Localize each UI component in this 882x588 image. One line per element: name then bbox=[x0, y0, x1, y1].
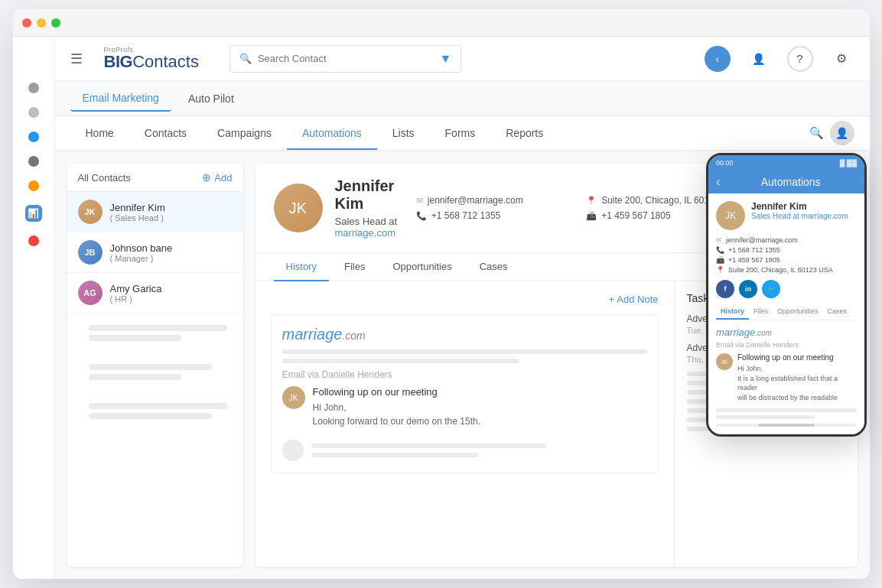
mobile-contact-name: Jennifer Kim bbox=[751, 201, 848, 212]
tab-campaigns[interactable]: Campaigns bbox=[202, 118, 287, 150]
sidebar-dot-4[interactable] bbox=[28, 156, 39, 167]
app-logo: ProProfs BIG Contacts bbox=[104, 47, 199, 70]
mobile-history-content: marriage.com Email via Danielle Henders … bbox=[716, 326, 857, 419]
mobile-meta-phone: 📞 +1 568 712 1355 bbox=[716, 246, 857, 254]
skeleton-group-1 bbox=[67, 313, 243, 352]
email-body: Hi John, Looking forward to our demo on … bbox=[313, 401, 647, 428]
tab-email-marketing[interactable]: Email Marketing bbox=[70, 86, 171, 112]
tab-lists[interactable]: Lists bbox=[377, 118, 430, 150]
mobile-tab-history[interactable]: History bbox=[716, 304, 749, 320]
skeleton-line bbox=[89, 403, 228, 409]
search-input[interactable] bbox=[258, 53, 433, 64]
tab-contacts[interactable]: Contacts bbox=[129, 118, 202, 150]
email-via: Email via Danielle Henders bbox=[282, 369, 647, 380]
mobile-skeleton-line bbox=[716, 408, 857, 412]
skeleton-line bbox=[89, 364, 213, 370]
mobile-fax-value: +1 459 567 1805 bbox=[728, 256, 780, 264]
search-dropdown-arrow[interactable]: ▼ bbox=[439, 52, 451, 66]
email-icon: ✉ bbox=[416, 196, 423, 206]
sidebar-dot-1[interactable] bbox=[28, 83, 39, 93]
avatar-johnson: JB bbox=[78, 240, 103, 265]
mobile-tab-cases[interactable]: Cases bbox=[823, 304, 852, 320]
mobile-linkedin-icon[interactable]: in bbox=[739, 280, 757, 298]
contact-role-amy: ( HR ) bbox=[110, 294, 233, 304]
tab-reports[interactable]: Reports bbox=[490, 118, 558, 150]
mobile-nav: ‹ Automations bbox=[708, 171, 864, 193]
tab-auto-pilot[interactable]: Auto Pilot bbox=[176, 86, 246, 111]
contact-info-amy: Amy Garica ( HR ) bbox=[110, 283, 233, 304]
skeleton-line bbox=[89, 325, 228, 331]
mobile-avatar: JK bbox=[716, 201, 745, 230]
sidebar-dot-3[interactable] bbox=[28, 132, 39, 142]
settings-button[interactable]: ⚙ bbox=[828, 46, 854, 72]
mobile-contact-role: Sales Head at marriage.com bbox=[751, 212, 848, 220]
history-panel: + Add Note marriage.com Email via bbox=[255, 281, 674, 567]
mobile-tab-files[interactable]: Files bbox=[749, 304, 773, 320]
search-bar[interactable]: 🔍 ▼ bbox=[229, 45, 461, 73]
minimize-button[interactable] bbox=[37, 18, 46, 28]
meta-email: ✉ jennifer@marriage.com bbox=[416, 195, 571, 206]
skeleton-group-3 bbox=[67, 391, 243, 430]
email-value: jennifer@marriage.com bbox=[428, 195, 523, 206]
skeleton-block bbox=[282, 359, 519, 363]
sidebar-dot-7[interactable] bbox=[28, 236, 39, 246]
back-button[interactable]: ‹ bbox=[705, 46, 731, 72]
user-nav-icon[interactable]: 👤 bbox=[830, 121, 854, 145]
mobile-tab-opportunities[interactable]: Opportunities bbox=[773, 304, 823, 320]
skeleton-block bbox=[311, 453, 480, 457]
mobile-email-icon: ✉ bbox=[716, 236, 722, 244]
profile-photo-placeholder: JK bbox=[274, 184, 323, 232]
tab-home[interactable]: Home bbox=[70, 118, 129, 150]
contact-name-amy: Amy Garica bbox=[110, 283, 233, 294]
close-button[interactable] bbox=[22, 18, 31, 28]
contact-item-johnson[interactable]: JB Johnson bane ( Manager ) bbox=[67, 232, 243, 273]
mobile-meta-address: 📍 Suite 200, Chicago, IL 60123 USA bbox=[716, 266, 857, 274]
search-nav-icon[interactable]: 🔍 bbox=[809, 126, 824, 140]
detail-tab-cases[interactable]: Cases bbox=[467, 253, 520, 281]
hamburger-menu[interactable]: ☰ bbox=[70, 50, 83, 67]
mobile-meta-email: ✉ jennifer@marriage.com bbox=[716, 236, 857, 244]
mobile-facebook-icon[interactable]: f bbox=[716, 280, 734, 298]
mobile-email-via: Email via Danielle Henders bbox=[716, 341, 857, 349]
help-button[interactable]: ? bbox=[787, 46, 813, 72]
avatar-jennifer: JK bbox=[78, 200, 103, 224]
contact-role-johnson: ( Manager ) bbox=[110, 254, 233, 263]
contact-main-title: Sales Head at marriage.com bbox=[335, 216, 404, 239]
mobile-wifi-icon: ▓ ▓▓ bbox=[840, 159, 857, 167]
mobile-email-content: Following up on our meeting Hi John, It … bbox=[737, 353, 857, 402]
phone-icon: 📞 bbox=[416, 211, 427, 221]
maximize-button[interactable] bbox=[51, 18, 60, 28]
phone-value: +1 568 712 1355 bbox=[431, 210, 500, 221]
detail-tab-files[interactable]: Files bbox=[332, 253, 377, 281]
mobile-scrollbar[interactable] bbox=[716, 424, 857, 427]
mobile-location-icon: 📍 bbox=[716, 266, 724, 274]
sidebar-dot-chart[interactable]: 📊 bbox=[25, 205, 42, 222]
add-note-button[interactable]: + Add Note bbox=[609, 294, 659, 305]
mobile-email-row: JK Following up on our meeting Hi John, … bbox=[716, 353, 857, 402]
avatar-amy: AG bbox=[78, 281, 103, 305]
contact-item-jennifer[interactable]: JK Jennifer Kim ( Sales Head ) bbox=[67, 192, 243, 232]
detail-tab-history[interactable]: History bbox=[274, 253, 329, 281]
contacts-header: All Contacts ⊕ Add bbox=[67, 164, 243, 192]
top-navbar: ☰ ProProfs BIG Contacts 🔍 ▼ ‹ 👤 ? bbox=[55, 37, 870, 81]
sidebar-dot-5[interactable] bbox=[28, 180, 39, 191]
add-user-button[interactable]: 👤 bbox=[746, 46, 772, 72]
sidebar-dot-2[interactable] bbox=[28, 107, 39, 118]
fax-value: +1 459 567 1805 bbox=[601, 210, 670, 221]
company-link[interactable]: marriage.com bbox=[335, 227, 395, 239]
mobile-email-value: jennifer@marriage.com bbox=[726, 236, 798, 244]
contact-item-amy[interactable]: AG Amy Garica ( HR ) bbox=[67, 273, 243, 313]
detail-tab-opportunities[interactable]: Opportunities bbox=[380, 253, 464, 281]
all-contacts-label: All Contacts bbox=[78, 172, 131, 184]
footer-avatar bbox=[282, 440, 304, 461]
title-bar bbox=[13, 9, 870, 37]
plus-circle-icon: ⊕ bbox=[202, 171, 211, 184]
mobile-back-button[interactable]: ‹ bbox=[716, 175, 720, 189]
search-icon: 🔍 bbox=[239, 53, 252, 64]
mobile-contact-header: JK Jennifer Kim Sales Head at marriage.c… bbox=[716, 201, 857, 230]
mobile-twitter-icon[interactable]: 🐦 bbox=[762, 280, 780, 298]
tab-forms[interactable]: Forms bbox=[430, 118, 491, 150]
add-contact-button[interactable]: ⊕ Add bbox=[202, 171, 232, 184]
tab-automations[interactable]: Automations bbox=[287, 118, 377, 150]
skeleton-block bbox=[282, 349, 647, 354]
